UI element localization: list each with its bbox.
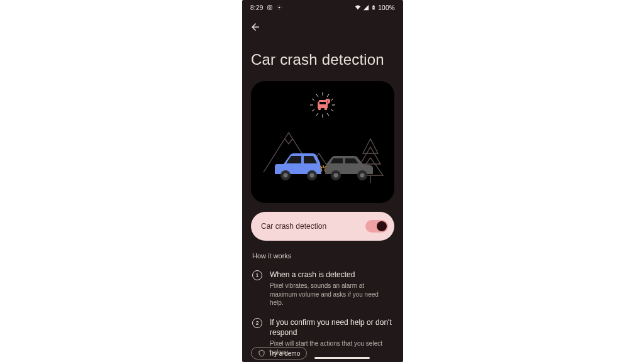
svg-point-2 bbox=[278, 7, 280, 9]
crash-illustration: ! bbox=[251, 81, 394, 203]
detection-toggle-row[interactable]: Car crash detection bbox=[251, 212, 394, 241]
svg-line-10 bbox=[327, 113, 329, 116]
step-2-title: If you confirm you need help or don't re… bbox=[270, 317, 393, 337]
status-bar: 8:29 100% bbox=[242, 0, 403, 13]
status-settings-icon bbox=[276, 4, 282, 11]
svg-point-33 bbox=[310, 173, 314, 178]
step-1-number: 1 bbox=[252, 270, 262, 280]
page-title: Car crash detection bbox=[242, 35, 403, 75]
blue-car bbox=[275, 153, 321, 180]
how-it-works-heading: How it works bbox=[242, 241, 403, 265]
status-screenshot-icon bbox=[267, 4, 273, 11]
step-1: 1 When a crash is detected Pixel vibrate… bbox=[242, 265, 403, 312]
cellular-icon bbox=[363, 4, 369, 11]
status-time: 8:29 bbox=[250, 4, 264, 11]
svg-rect-21 bbox=[319, 102, 326, 104]
step-2-number: 2 bbox=[252, 318, 262, 328]
svg-text:!: ! bbox=[327, 100, 328, 104]
toggle-switch[interactable] bbox=[365, 220, 388, 233]
svg-line-13 bbox=[312, 109, 314, 111]
svg-point-17 bbox=[318, 107, 321, 111]
try-demo-button[interactable]: Try a demo bbox=[251, 347, 307, 359]
svg-line-16 bbox=[316, 94, 318, 97]
toggle-knob bbox=[377, 221, 387, 231]
demo-label: Try a demo bbox=[269, 350, 300, 357]
back-icon[interactable] bbox=[250, 21, 261, 33]
wifi-icon bbox=[355, 4, 361, 11]
svg-rect-4 bbox=[374, 5, 374, 6]
step-1-desc: Pixel vibrates, sounds an alarm at maxim… bbox=[270, 282, 393, 307]
svg-point-31 bbox=[284, 173, 288, 178]
svg-point-1 bbox=[269, 7, 270, 9]
svg-line-6 bbox=[327, 94, 329, 97]
nav-handle[interactable] bbox=[314, 357, 370, 359]
svg-point-35 bbox=[334, 173, 338, 178]
grey-car bbox=[325, 156, 373, 180]
svg-rect-0 bbox=[267, 6, 272, 10]
svg-line-12 bbox=[316, 113, 318, 116]
step-1-title: When a crash is detected bbox=[270, 270, 393, 280]
status-battery-pct: 100% bbox=[378, 4, 395, 11]
svg-point-37 bbox=[360, 173, 365, 178]
svg-line-15 bbox=[312, 99, 314, 101]
demo-icon bbox=[258, 349, 265, 357]
battery-icon bbox=[371, 4, 376, 11]
svg-point-18 bbox=[325, 107, 328, 111]
svg-line-7 bbox=[331, 99, 333, 101]
toggle-label: Car crash detection bbox=[261, 222, 326, 231]
phone-frame: 8:29 100% bbox=[242, 0, 403, 362]
svg-line-9 bbox=[331, 109, 333, 111]
